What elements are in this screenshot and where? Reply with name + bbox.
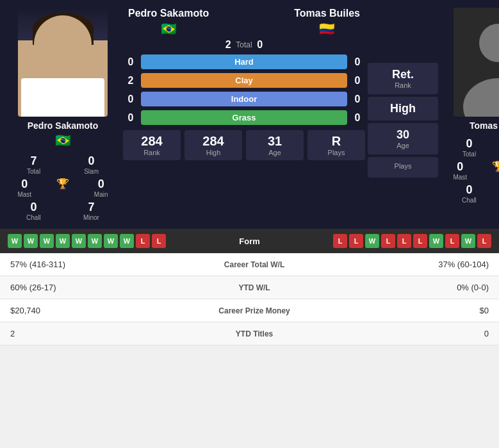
player-right-mast: 0 Mast bbox=[453, 160, 467, 181]
surface-right-score: 0 bbox=[350, 94, 365, 105]
player-left-main: 0 Main bbox=[94, 178, 108, 198]
top-section: Pedro Sakamoto 🇧🇷 7 Total 0 Slam bbox=[0, 0, 499, 229]
player-left-name: Pedro Sakamoto bbox=[28, 120, 98, 131]
left-form-badge-0: W bbox=[8, 234, 22, 248]
main-container: Pedro Sakamoto 🇧🇷 7 Total 0 Slam bbox=[0, 0, 499, 345]
player-right: Tomas Builes 0 Total 0 Slam 0 bbox=[441, 8, 499, 204]
right-age-card: 30 Age bbox=[368, 123, 438, 154]
player-left: Pedro Sakamoto 🇧🇷 7 Total 0 Slam bbox=[5, 8, 120, 221]
player-left-mast: 0 Mast bbox=[17, 178, 31, 198]
left-form-badge-7: W bbox=[120, 234, 134, 248]
surface-right-score: 0 bbox=[350, 75, 365, 87]
stat-right-1: 0% (0-0) bbox=[350, 276, 499, 299]
stat-right-0: 37% (60-104) bbox=[350, 253, 499, 276]
stat-label-3: YTD Titles bbox=[158, 322, 350, 345]
stat-left-0: 57% (416-311) bbox=[0, 253, 158, 276]
player-right-stats-row3: 0 Chall 0 Minor bbox=[441, 183, 499, 204]
face-decoration bbox=[34, 15, 92, 73]
stat-right-3: 0 bbox=[350, 322, 499, 345]
left-form-badge-2: W bbox=[40, 234, 54, 248]
right-form-badges: LLWLLLWLWL bbox=[333, 234, 491, 248]
left-form-badge-8: L bbox=[136, 234, 150, 248]
player-left-stats-row1: 7 Total 0 Slam bbox=[5, 154, 120, 175]
player-left-stats-row2: 0 Mast 🏆 0 Main bbox=[5, 178, 120, 198]
surface-badge-clay: Clay bbox=[141, 73, 347, 88]
center-rank-card: 284 Rank bbox=[123, 130, 181, 160]
right-form-badge-0: L bbox=[333, 234, 347, 248]
player-left-stats: 7 Total 0 Slam 0 Mast 🏆 bbox=[5, 152, 120, 221]
player-left-slam: 0 Slam bbox=[84, 154, 99, 175]
player-right-total: 0 Total bbox=[462, 137, 476, 158]
stats-row: $20,740 Career Prize Money $0 bbox=[0, 299, 499, 322]
right-plays-card: Plays bbox=[368, 157, 438, 178]
center-age-card: 31 Age bbox=[246, 130, 304, 160]
center-high-card: 284 High bbox=[184, 130, 242, 160]
surface-row-hard: 0 Hard 0 bbox=[123, 54, 365, 69]
total-row: 2 Total 0 bbox=[220, 39, 267, 51]
player-left-flag: 🇧🇷 bbox=[55, 133, 71, 148]
surface-left-score: 0 bbox=[123, 94, 138, 105]
right-form-badge-3: L bbox=[381, 234, 395, 248]
player-left-minor: 7 Minor bbox=[83, 201, 99, 221]
center-section: Pedro Sakamoto 🇧🇷 Tomas Builes 🇨🇴 2 Tota… bbox=[120, 8, 368, 164]
career-stats-table: 57% (416-311) Career Total W/L 37% (60-1… bbox=[0, 253, 499, 345]
left-form-badge-5: W bbox=[88, 234, 102, 248]
stats-row: 60% (26-17) YTD W/L 0% (0-0) bbox=[0, 276, 499, 299]
surface-right-score: 0 bbox=[350, 112, 365, 124]
trophy-icon-right: 🏆 bbox=[492, 160, 499, 181]
left-form-badges: WWWWWWWWLL bbox=[8, 234, 166, 248]
player-right-name: Tomas Builes bbox=[470, 120, 499, 131]
left-header-name: Pedro Sakamoto 🇧🇷 bbox=[128, 8, 209, 37]
player-right-stats-row1: 0 Total 0 Slam bbox=[441, 137, 499, 158]
form-label: Form bbox=[239, 236, 260, 246]
form-section: WWWWWWWWLL Form LLWLLLWLWL bbox=[0, 229, 499, 253]
header-names: Pedro Sakamoto 🇧🇷 Tomas Builes 🇨🇴 bbox=[123, 8, 365, 37]
right-rank-card: Ret. Rank bbox=[368, 63, 438, 94]
surface-right-score: 0 bbox=[350, 56, 365, 68]
left-form-badge-4: W bbox=[72, 234, 86, 248]
stats-row: 2 YTD Titles 0 bbox=[0, 322, 499, 345]
player-right-stats-row2: 0 Mast 🏆 0 Main bbox=[441, 160, 499, 181]
surface-rows: 0 Hard 0 2 Clay 0 0 Indoor 0 0 Grass 0 bbox=[123, 54, 365, 129]
surface-badge-grass: Grass bbox=[141, 110, 347, 125]
player-right-photo bbox=[454, 8, 499, 117]
stat-label-2: Career Prize Money bbox=[158, 299, 350, 322]
left-form-badge-9: L bbox=[152, 234, 166, 248]
right-form-badge-7: L bbox=[445, 234, 459, 248]
player-left-photo bbox=[18, 8, 108, 117]
left-form-badge-3: W bbox=[56, 234, 70, 248]
stat-label-0: Career Total W/L bbox=[158, 253, 350, 276]
silhouette-svg bbox=[454, 8, 499, 117]
stat-left-1: 60% (26-17) bbox=[0, 276, 158, 299]
surface-badge-indoor: Indoor bbox=[141, 92, 347, 106]
surface-left-score: 0 bbox=[123, 56, 138, 68]
surface-row-grass: 0 Grass 0 bbox=[123, 110, 365, 125]
right-total-score: 0 bbox=[252, 39, 268, 51]
right-form-badge-1: L bbox=[349, 234, 363, 248]
right-form-badge-9: L bbox=[477, 234, 491, 248]
player-left-total: 7 Total bbox=[27, 154, 40, 175]
stat-left-3: 2 bbox=[0, 322, 158, 345]
left-total-score: 2 bbox=[220, 39, 236, 51]
total-label: Total bbox=[236, 40, 252, 49]
surface-left-score: 2 bbox=[123, 75, 138, 87]
right-form-badge-6: W bbox=[429, 234, 443, 248]
right-high-card: High bbox=[368, 97, 438, 120]
stat-right-2: $0 bbox=[350, 299, 499, 322]
shirt-decoration bbox=[21, 78, 104, 117]
surface-row-clay: 2 Clay 0 bbox=[123, 73, 365, 88]
stat-left-2: $20,740 bbox=[0, 299, 158, 322]
stats-row: 57% (416-311) Career Total W/L 37% (60-1… bbox=[0, 253, 499, 276]
left-form-badge-1: W bbox=[24, 234, 38, 248]
stat-label-1: YTD W/L bbox=[158, 276, 350, 299]
player-left-stats-row3: 0 Chall 7 Minor bbox=[5, 201, 120, 221]
right-form-badge-8: W bbox=[461, 234, 475, 248]
center-plays-card: R Plays bbox=[307, 130, 365, 160]
right-rank-column: Ret. Rank High 30 Age Plays bbox=[368, 59, 438, 178]
right-form-badge-5: L bbox=[413, 234, 427, 248]
right-form-badge-4: L bbox=[397, 234, 411, 248]
surface-left-score: 0 bbox=[123, 112, 138, 124]
player-right-stats: 0 Total 0 Slam 0 Mast 🏆 bbox=[441, 135, 499, 204]
player-left-chall: 0 Chall bbox=[26, 201, 41, 221]
surface-row-indoor: 0 Indoor 0 bbox=[123, 92, 365, 106]
